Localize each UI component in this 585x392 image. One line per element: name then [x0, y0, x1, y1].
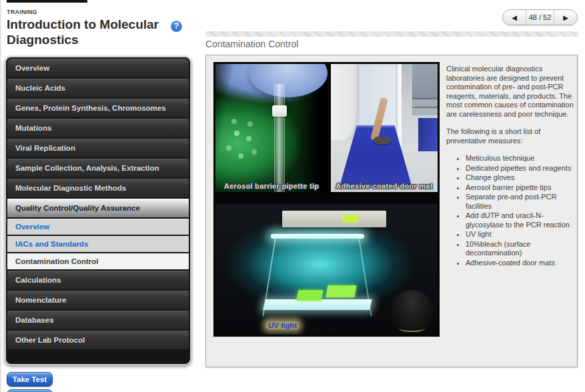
blue-panel — [418, 118, 438, 151]
cabinet-display — [343, 215, 358, 221]
green-tray — [326, 285, 356, 297]
bullet-item: Add dUTP and uracil-N-glycosylase to the… — [466, 211, 574, 229]
page-left-edge — [0, 0, 1, 392]
right-arrow-icon: ▶ — [563, 14, 568, 21]
sidebar-item-genes-protein-synthesis-chromosomes[interactable]: Genes, Protein Synthesis, Chromosomes — [7, 99, 189, 117]
sidebar-item-overview[interactable]: Overview — [7, 219, 189, 235]
pipette-tip — [274, 84, 285, 192]
lab-coat — [331, 64, 359, 141]
bullet-item: Adhesive-coated door mats — [466, 259, 574, 268]
page-title: Introduction to Molecular Diagnostics — [7, 17, 170, 47]
content-panel: Aerosol barrier pipette tip Adhesive-coa… — [205, 55, 578, 367]
preventative-measures-list: Meticulous techniqueDedicated pipettes a… — [446, 154, 574, 267]
cabinet-worktop — [263, 299, 372, 310]
sidebar-item-nomenclature[interactable]: Nomenclature — [7, 291, 189, 309]
training-eyebrow: TRAINING — [7, 9, 37, 15]
sidebar-item-quality-control-quality-assurance[interactable]: Quality Control/Quality Assurance — [7, 199, 189, 217]
person-shoe — [374, 136, 392, 145]
tube-rack-holes — [234, 131, 239, 136]
lesson-text: Clinical molecular diagnostics laborator… — [446, 65, 574, 268]
sidebar-item-sample-collection-analysis-extraction[interactable]: Sample Collection, Analysis, Extraction — [7, 159, 189, 177]
bullet-item: Aerosol barrier pipette tips — [466, 183, 574, 193]
page-navigator: ◀ 48 / 52 ▶ — [502, 9, 578, 25]
take-test-button[interactable]: Take Test — [7, 372, 53, 387]
lesson-paragraph: The following is a short list of prevent… — [446, 127, 574, 145]
photo-uv-light-cabinet: UV light — [215, 204, 438, 335]
lesson-paragraph: Clinical molecular diagnostics laborator… — [446, 65, 574, 119]
top-tab-remnant — [7, 0, 87, 3]
gloved-hand — [249, 64, 328, 97]
bottom-cutoff-button[interactable] — [7, 389, 53, 392]
left-arrow-icon: ◀ — [512, 14, 517, 21]
photo-aerosol-barrier-pipette-tip: Aerosol barrier pipette tip — [215, 64, 328, 192]
sidebar-item-nucleic-acids[interactable]: Nucleic Acids — [7, 79, 189, 97]
bullet-item: Dedicated pipettes and reagents — [466, 164, 574, 173]
sidebar-item-calculations[interactable]: Calculations — [7, 271, 189, 289]
uv-lamp — [271, 234, 364, 239]
hatched-divider — [205, 31, 578, 37]
waste-bucket — [391, 290, 433, 332]
nav-footer-bar — [7, 351, 189, 363]
cabinet-control-unit — [282, 211, 387, 227]
sidebar-item-iacs-and-standards[interactable]: IACs and Standards — [7, 236, 189, 252]
lab-drawers — [412, 64, 438, 115]
bullet-item: Meticulous technique — [466, 154, 574, 163]
image-collage: Aerosol barrier pipette tip Adhesive-coa… — [213, 62, 440, 337]
sidebar-item-other-lab-protocol[interactable]: Other Lab Protocol — [7, 331, 189, 349]
page-counter: 48 / 52 — [526, 10, 554, 25]
bullet-item: UV light — [466, 230, 574, 239]
sidebar-item-contamination-control[interactable]: Contamination Control — [7, 253, 189, 269]
bullet-item: 10%bleach (surface decontamination) — [466, 240, 574, 258]
next-page-button[interactable]: ▶ — [554, 10, 577, 25]
bullet-item: Change gloves — [466, 173, 574, 183]
photo-caption: Adhesive-coated door mat — [331, 182, 438, 190]
sidebar-item-overview[interactable]: Overview — [7, 59, 189, 77]
photo-caption: UV light — [266, 321, 299, 329]
sidebar-item-viral-replication[interactable]: Viral Replication — [7, 139, 189, 157]
sidebar-item-mutations[interactable]: Mutations — [7, 119, 189, 137]
bullet-item: Separate pre-and post-PCR facilities — [466, 193, 574, 211]
green-tray — [297, 290, 324, 301]
help-icon[interactable]: ? — [171, 21, 182, 32]
aerosol-filter — [272, 105, 287, 117]
photo-caption: Aerosol barrier pipette tip — [215, 182, 328, 190]
content-heading: Contamination Control — [205, 39, 298, 49]
sidebar-item-databases[interactable]: Databases — [7, 311, 189, 329]
previous-page-button[interactable]: ◀ — [503, 10, 526, 25]
sidebar-item-molecular-diagnostic-methods[interactable]: Molecular Diagnostic Methods — [7, 179, 189, 197]
course-nav: OverviewNucleic AcidsGenes, Protein Synt… — [5, 56, 191, 365]
photo-adhesive-door-mat: Adhesive-coated door mat — [331, 64, 438, 192]
